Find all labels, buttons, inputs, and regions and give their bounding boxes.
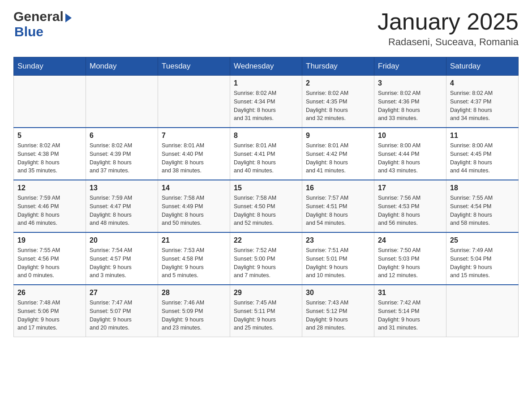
day-info: Sunrise: 7:50 AM Sunset: 5:03 PM Dayligh… [378, 246, 442, 280]
day-number: 1 [234, 79, 298, 87]
calendar-cell: 28Sunrise: 7:46 AM Sunset: 5:09 PM Dayli… [158, 285, 230, 337]
day-info: Sunrise: 7:53 AM Sunset: 4:58 PM Dayligh… [162, 246, 226, 280]
column-header-wednesday: Wednesday [230, 57, 302, 76]
day-number: 12 [17, 184, 82, 192]
day-info: Sunrise: 7:42 AM Sunset: 5:14 PM Dayligh… [378, 299, 442, 332]
column-header-thursday: Thursday [302, 57, 374, 76]
day-info: Sunrise: 7:47 AM Sunset: 5:07 PM Dayligh… [90, 299, 154, 332]
calendar-cell: 8Sunrise: 8:01 AM Sunset: 4:41 PM Daylig… [230, 128, 302, 180]
day-number: 28 [162, 289, 226, 297]
day-number: 29 [234, 289, 298, 297]
day-number: 13 [90, 184, 154, 192]
day-number: 6 [90, 132, 154, 140]
day-info: Sunrise: 7:51 AM Sunset: 5:01 PM Dayligh… [306, 246, 370, 280]
day-number: 15 [234, 184, 298, 192]
calendar-cell: 7Sunrise: 8:01 AM Sunset: 4:40 PM Daylig… [158, 128, 230, 180]
day-number: 2 [306, 79, 370, 87]
day-info: Sunrise: 7:46 AM Sunset: 5:09 PM Dayligh… [162, 299, 226, 332]
day-info: Sunrise: 8:01 AM Sunset: 4:41 PM Dayligh… [234, 141, 298, 175]
day-info: Sunrise: 8:02 AM Sunset: 4:36 PM Dayligh… [378, 89, 442, 123]
calendar-cell: 4Sunrise: 8:02 AM Sunset: 4:37 PM Daylig… [446, 76, 519, 128]
logo-triangle-icon [65, 13, 72, 22]
calendar-cell: 15Sunrise: 7:58 AM Sunset: 4:50 PM Dayli… [230, 180, 302, 232]
day-info: Sunrise: 7:56 AM Sunset: 4:53 PM Dayligh… [378, 194, 442, 227]
calendar-cell: 22Sunrise: 7:52 AM Sunset: 5:00 PM Dayli… [230, 232, 302, 285]
day-info: Sunrise: 7:58 AM Sunset: 4:49 PM Dayligh… [162, 194, 226, 227]
calendar-cell: 6Sunrise: 8:02 AM Sunset: 4:39 PM Daylig… [86, 128, 158, 180]
day-number: 22 [234, 236, 298, 244]
location-subtitle: Radaseni, Suceava, Romania [378, 36, 519, 48]
calendar-cell: 17Sunrise: 7:56 AM Sunset: 4:53 PM Dayli… [374, 180, 446, 232]
day-info: Sunrise: 7:58 AM Sunset: 4:50 PM Dayligh… [234, 194, 298, 227]
day-number: 19 [17, 236, 82, 244]
logo-blue-text: Blue [14, 24, 43, 39]
column-header-tuesday: Tuesday [158, 57, 230, 76]
day-info: Sunrise: 8:02 AM Sunset: 4:37 PM Dayligh… [450, 89, 515, 123]
day-info: Sunrise: 7:57 AM Sunset: 4:51 PM Dayligh… [306, 194, 370, 227]
day-number: 30 [306, 289, 370, 297]
column-header-saturday: Saturday [446, 57, 519, 76]
calendar-cell: 12Sunrise: 7:59 AM Sunset: 4:46 PM Dayli… [14, 180, 86, 232]
day-number: 9 [306, 132, 370, 140]
calendar-cell: 3Sunrise: 8:02 AM Sunset: 4:36 PM Daylig… [374, 76, 446, 128]
column-header-monday: Monday [86, 57, 158, 76]
day-number: 26 [17, 289, 82, 297]
calendar-cell: 29Sunrise: 7:45 AM Sunset: 5:11 PM Dayli… [230, 285, 302, 337]
day-info: Sunrise: 7:59 AM Sunset: 4:47 PM Dayligh… [90, 194, 154, 227]
calendar-cell [158, 76, 230, 128]
calendar-cell [14, 76, 86, 128]
calendar-cell: 13Sunrise: 7:59 AM Sunset: 4:47 PM Dayli… [86, 180, 158, 232]
calendar-cell: 26Sunrise: 7:48 AM Sunset: 5:06 PM Dayli… [14, 285, 86, 337]
day-number: 24 [378, 236, 442, 244]
day-info: Sunrise: 7:55 AM Sunset: 4:56 PM Dayligh… [17, 246, 82, 280]
calendar-cell: 25Sunrise: 7:49 AM Sunset: 5:04 PM Dayli… [446, 232, 519, 285]
calendar-cell: 9Sunrise: 8:01 AM Sunset: 4:42 PM Daylig… [302, 128, 374, 180]
calendar-week-row: 5Sunrise: 8:02 AM Sunset: 4:38 PM Daylig… [14, 128, 519, 180]
day-number: 7 [162, 132, 226, 140]
calendar-cell: 24Sunrise: 7:50 AM Sunset: 5:03 PM Dayli… [374, 232, 446, 285]
calendar-week-row: 1Sunrise: 8:02 AM Sunset: 4:34 PM Daylig… [14, 76, 519, 128]
day-number: 14 [162, 184, 226, 192]
day-info: Sunrise: 7:43 AM Sunset: 5:12 PM Dayligh… [306, 299, 370, 332]
day-number: 5 [17, 132, 82, 140]
day-number: 16 [306, 184, 370, 192]
calendar-cell: 1Sunrise: 8:02 AM Sunset: 4:34 PM Daylig… [230, 76, 302, 128]
day-info: Sunrise: 7:59 AM Sunset: 4:46 PM Dayligh… [17, 194, 82, 227]
calendar-cell: 27Sunrise: 7:47 AM Sunset: 5:07 PM Dayli… [86, 285, 158, 337]
day-number: 11 [450, 132, 515, 140]
calendar-cell: 21Sunrise: 7:53 AM Sunset: 4:58 PM Dayli… [158, 232, 230, 285]
calendar-cell: 5Sunrise: 8:02 AM Sunset: 4:38 PM Daylig… [14, 128, 86, 180]
day-number: 8 [234, 132, 298, 140]
day-info: Sunrise: 8:00 AM Sunset: 4:45 PM Dayligh… [450, 141, 515, 175]
day-number: 10 [378, 132, 442, 140]
day-info: Sunrise: 8:01 AM Sunset: 4:42 PM Dayligh… [306, 141, 370, 175]
day-info: Sunrise: 8:02 AM Sunset: 4:38 PM Dayligh… [17, 141, 82, 175]
calendar-cell: 10Sunrise: 8:00 AM Sunset: 4:44 PM Dayli… [374, 128, 446, 180]
calendar-cell: 2Sunrise: 8:02 AM Sunset: 4:35 PM Daylig… [302, 76, 374, 128]
calendar-week-row: 19Sunrise: 7:55 AM Sunset: 4:56 PM Dayli… [14, 232, 519, 285]
day-info: Sunrise: 7:55 AM Sunset: 4:54 PM Dayligh… [450, 194, 515, 227]
calendar-cell [86, 76, 158, 128]
calendar-week-row: 12Sunrise: 7:59 AM Sunset: 4:46 PM Dayli… [14, 180, 519, 232]
calendar-header-row: SundayMondayTuesdayWednesdayThursdayFrid… [14, 57, 519, 76]
calendar-cell: 31Sunrise: 7:42 AM Sunset: 5:14 PM Dayli… [374, 285, 446, 337]
calendar-cell: 30Sunrise: 7:43 AM Sunset: 5:12 PM Dayli… [302, 285, 374, 337]
calendar-week-row: 26Sunrise: 7:48 AM Sunset: 5:06 PM Dayli… [14, 285, 519, 337]
page-title: January 2025 [378, 9, 519, 34]
day-number: 17 [378, 184, 442, 192]
day-info: Sunrise: 8:00 AM Sunset: 4:44 PM Dayligh… [378, 141, 442, 175]
calendar-cell: 23Sunrise: 7:51 AM Sunset: 5:01 PM Dayli… [302, 232, 374, 285]
day-number: 20 [90, 236, 154, 244]
calendar-cell: 18Sunrise: 7:55 AM Sunset: 4:54 PM Dayli… [446, 180, 519, 232]
day-info: Sunrise: 7:49 AM Sunset: 5:04 PM Dayligh… [450, 246, 515, 280]
day-info: Sunrise: 7:52 AM Sunset: 5:00 PM Dayligh… [234, 246, 298, 280]
day-number: 4 [450, 79, 515, 87]
calendar-cell: 20Sunrise: 7:54 AM Sunset: 4:57 PM Dayli… [86, 232, 158, 285]
day-info: Sunrise: 7:48 AM Sunset: 5:06 PM Dayligh… [17, 299, 82, 332]
day-number: 18 [450, 184, 515, 192]
column-header-sunday: Sunday [14, 57, 86, 76]
day-number: 31 [378, 289, 442, 297]
day-info: Sunrise: 8:02 AM Sunset: 4:35 PM Dayligh… [306, 89, 370, 123]
day-info: Sunrise: 7:45 AM Sunset: 5:11 PM Dayligh… [234, 299, 298, 332]
day-number: 3 [378, 79, 442, 87]
